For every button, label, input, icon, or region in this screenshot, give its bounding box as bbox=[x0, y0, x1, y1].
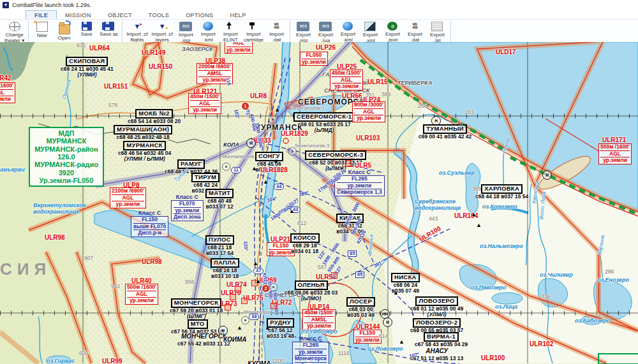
box-line: Североморск 1,3 bbox=[337, 189, 382, 196]
menu-bar: FILEMISSIONOBJECTTOOLSOPTIONSHELP bbox=[0, 10, 638, 19]
map-elev-1200: 1200 bbox=[272, 358, 284, 364]
toolbar-button-import-cf-flights[interactable]: Import .cf flights bbox=[124, 20, 149, 43]
box-line: FL050 bbox=[302, 52, 326, 59]
box-line: FL150 bbox=[133, 217, 166, 223]
waypoint-coords: с68 44 18 в037 15 54 bbox=[475, 194, 528, 200]
map-elev-296: 296 bbox=[605, 269, 614, 275]
box-line: Дисп.р-н bbox=[133, 229, 166, 237]
box-line: AGL bbox=[112, 194, 144, 201]
toolbar-button-export-txt[interactable]: Export .txt bbox=[426, 20, 449, 43]
menu-item-help[interactable]: HELP bbox=[222, 11, 255, 19]
waypoint-coords: (УЛМЙ) bbox=[61, 72, 114, 78]
box-line: ур.земли bbox=[269, 249, 293, 256]
class-airspace-box: FL265ур.землиМончегорскОленья bbox=[292, 342, 329, 364]
toolbar-button-export-miz[interactable]: DCSExport .miz bbox=[292, 20, 315, 43]
box-line: 500м /1600' bbox=[600, 144, 630, 150]
map-badge-red-1: 1 bbox=[241, 102, 249, 110]
waypoint-coords: в033 10 18 bbox=[211, 273, 239, 280]
toolbar-button-save[interactable]: Save bbox=[75, 20, 98, 43]
map-awy-102: 102 bbox=[233, 109, 240, 118]
menu-item-file[interactable]: FILE bbox=[26, 10, 57, 19]
map-lake-оз-умбозеро: оз.Умбозеро bbox=[301, 328, 338, 335]
box-line: 500м /1600' bbox=[127, 284, 156, 291]
box-line: МДП bbox=[34, 129, 98, 137]
class-airspace-name: Класс C bbox=[292, 335, 329, 342]
menu-item-mission[interactable]: MISSION bbox=[57, 11, 100, 19]
map-zone-label-ulr42: ULR42 bbox=[0, 75, 11, 82]
box-line: 126.0 bbox=[34, 153, 98, 161]
toolbar-button-import-cartridge[interactable]: Import cartridge bbox=[242, 20, 265, 43]
box-line: FL070 bbox=[174, 201, 201, 207]
waypoint-name: СОНГУ bbox=[255, 152, 283, 161]
map-waypoint-мурманск: МУРМАНСКс68 46 54 в032 45 04(УЛММ / ЬЛММ… bbox=[118, 138, 171, 163]
toolbar-button-export-json[interactable]: Export .json bbox=[382, 20, 404, 43]
toolbar-button-new[interactable]: New bbox=[31, 20, 53, 43]
toolbar-button-label: New bbox=[37, 33, 47, 38]
box-line: AGL bbox=[190, 100, 219, 107]
map-waypoint-оленья: ОЛЕНЬЯс68 09 06 в033 28 03(ЬЛМО) bbox=[285, 278, 338, 302]
toolbar-button-export-kml[interactable]: Export .kml bbox=[337, 20, 359, 43]
map-elev-1116: 1116 bbox=[338, 351, 350, 357]
map-sq-mark bbox=[235, 286, 241, 293]
box-line: ур.земли bbox=[112, 201, 144, 208]
waypoint-coords: (ЬЛМО) bbox=[285, 296, 338, 302]
waypoint-name: СКИПОВАЯ bbox=[66, 57, 108, 66]
box-line: FL150 bbox=[269, 243, 293, 249]
map-tri--: ▲ bbox=[476, 222, 482, 228]
toolbar-button-label: Save as bbox=[100, 31, 118, 37]
toolbar-button-import-cf-layers[interactable]: Import .cf layers bbox=[150, 20, 175, 43]
map-elev-443: 443 bbox=[429, 216, 438, 222]
map-elev-631: 631 bbox=[77, 43, 85, 49]
box-line: FL150 bbox=[355, 330, 380, 337]
toolbar-button-open[interactable]: Open bbox=[53, 20, 75, 43]
ns430-icon: NS 430 bbox=[410, 22, 420, 31]
waypoint-name: МОНЧЕГОРСК bbox=[171, 298, 222, 308]
class-airspace-name: Класс C bbox=[131, 210, 168, 216]
waypoint-name: ТУМАННЫЙ bbox=[423, 124, 467, 134]
globe-icon bbox=[9, 22, 20, 31]
toolbar-separator bbox=[290, 21, 290, 43]
map-elev-942: 942 bbox=[111, 284, 120, 290]
box-line: 900м /3000' bbox=[354, 102, 383, 108]
box-line: 450м /1500' bbox=[190, 94, 219, 100]
box-line: выше FL070 bbox=[133, 223, 166, 230]
map-zone-label-ulr149: ULR149 bbox=[142, 49, 165, 56]
map-waypoint-рудну: РУДНУс67 56 12в033 19 48 bbox=[267, 316, 294, 340]
gearth-icon bbox=[203, 22, 213, 31]
map-zone-label-ulr103: ULR103 bbox=[356, 135, 380, 142]
map-zone-label-ulr5: ULR5 bbox=[355, 162, 371, 169]
toolbar-button-import-elint[interactable]: Import ELINT bbox=[219, 20, 242, 43]
ns430-icon: NS 430 bbox=[271, 22, 281, 31]
menu-item-object[interactable]: OBJECT bbox=[100, 11, 140, 19]
toolbar-button-import-kml[interactable]: Import .kml bbox=[197, 20, 219, 43]
dcs-icon: DCS bbox=[179, 22, 192, 31]
xml-icon bbox=[364, 22, 376, 31]
map-aprt-mark bbox=[288, 147, 297, 156]
menu-item-tools[interactable]: TOOLS bbox=[140, 11, 177, 19]
waypoint-name: РАМУГ bbox=[177, 159, 205, 169]
toolbar-button-save-as[interactable]: Save as bbox=[98, 20, 120, 43]
map-rbox-mark: 450м /1500'AMSLур.земли bbox=[302, 309, 336, 330]
map-waypoint-лосер: ЛОСЕРс68 03 00в035 03 49 bbox=[346, 295, 375, 319]
map-bbox-mark: Класс CFL150выше FL070Дисп.р-н bbox=[131, 210, 168, 237]
menu-item-options[interactable]: OPTIONS bbox=[177, 11, 221, 19]
toolbar-button-export-lua[interactable]: DCSExport .lua bbox=[315, 20, 337, 43]
toolbar-button-import-dat[interactable]: NS 430Import .dat bbox=[265, 20, 288, 43]
toolbar-button-change-theater[interactable]: Change theater ▾ bbox=[3, 20, 26, 43]
map-viewport[interactable]: 631ULR64СКИПОВАЯс69 24 11 в030 45 41(УЛМ… bbox=[0, 42, 638, 364]
map-zone-label-uld17: ULD17 bbox=[496, 48, 516, 55]
map-waypoint-ловозеро: ЛОВОЗЕРОс68 01 12 в035 00 49(УЛМЛ) bbox=[410, 294, 463, 318]
toolbar-button-export-xml[interactable]: Export .xml bbox=[359, 20, 382, 43]
map-waypoint-мурмаши-аон-: МУРМАШИ(АОН)с68 48 25 в032 48 18 bbox=[114, 122, 172, 140]
class-airspace-box: FL070ур.землиДисп.зона bbox=[171, 200, 204, 221]
box-line: FL265 bbox=[295, 342, 327, 349]
box-line: ур.земли bbox=[355, 337, 380, 344]
saveas-icon bbox=[104, 22, 114, 31]
waypoint-name: МОКБ №2 bbox=[135, 109, 173, 119]
map-rbox-mark: FL150ур.земли bbox=[353, 330, 382, 344]
map-elev-336: 336 bbox=[541, 294, 550, 300]
box-line: AGL bbox=[354, 108, 383, 115]
toolbar-button-export-dat[interactable]: NS 430Export .dat bbox=[404, 20, 426, 43]
box-line: ур.земли bbox=[302, 59, 326, 66]
toolbar-button-import-miz[interactable]: DCSImport .miz bbox=[175, 20, 197, 43]
